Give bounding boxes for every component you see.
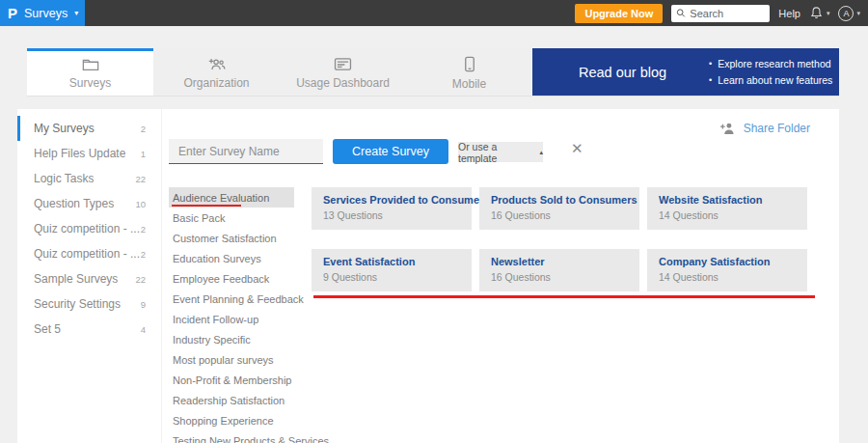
- template-card-products-sold[interactable]: Products Sold to Consumers16 Questions: [479, 187, 639, 230]
- add-person-icon: [719, 122, 736, 135]
- template-card-services-provided[interactable]: Services Provided to Consumers13 Questio…: [312, 187, 472, 230]
- avatar: A: [838, 6, 854, 21]
- category-label: Event Planning & Feedback: [173, 293, 304, 305]
- app-logo-area[interactable]: P Surveys ▾: [0, 0, 85, 26]
- category-most-popular-surveys[interactable]: Most popular surveys: [169, 349, 294, 370]
- category-readership-satisfaction[interactable]: Readership Satisfaction: [169, 390, 294, 410]
- banner-bullet-list: •Explore research method •Learn about ne…: [709, 58, 832, 86]
- template-card-title: Services Provided to Consumers: [323, 194, 460, 206]
- annotation-underline: [313, 295, 815, 298]
- sidebar-item-quiz-competition-1[interactable]: Quiz competition - ...2: [17, 216, 161, 241]
- search-input[interactable]: [690, 8, 765, 19]
- category-employee-feedback[interactable]: Employee Feedback: [169, 268, 294, 289]
- chevron-down-icon: ▾: [856, 10, 860, 17]
- template-card-title: Website Satisfaction: [659, 194, 796, 206]
- template-card-questions: 16 Questions: [491, 209, 628, 221]
- tab-surveys[interactable]: Surveys: [27, 48, 153, 96]
- use-template-label: Or use a template: [458, 141, 532, 164]
- sidebar-item-logic-tasks[interactable]: Logic Tasks22: [17, 166, 161, 191]
- share-folder-label: Share Folder: [744, 122, 810, 135]
- template-category-list: Audience Evaluation Basic Pack Customer …: [169, 187, 294, 443]
- topbar-search[interactable]: [671, 5, 770, 22]
- category-label: Non-Profit & Membership: [173, 374, 292, 386]
- template-card-newsletter[interactable]: Newsletter16 Questions: [479, 249, 639, 291]
- notifications-menu[interactable]: ▾: [809, 6, 830, 20]
- bullet-icon: •: [709, 75, 712, 85]
- template-card-questions: 16 Questions: [491, 271, 628, 283]
- template-card-company-satisfaction[interactable]: Company Satisfaction14 Questions: [647, 249, 807, 291]
- template-card-title: Event Satisfaction: [323, 256, 460, 267]
- category-testing-new-products[interactable]: Testing New Products & Services: [169, 430, 294, 443]
- app-menu-label: Surveys: [24, 7, 68, 20]
- tab-mobile[interactable]: Mobile: [406, 48, 532, 96]
- chevron-down-icon: ▾: [827, 10, 830, 17]
- tab-label: Surveys: [69, 76, 111, 90]
- create-survey-button[interactable]: Create Survey: [333, 139, 448, 164]
- sidebar-item-count: 10: [135, 199, 146, 209]
- tab-organization[interactable]: Organization: [153, 48, 280, 96]
- sidebar-item-my-surveys[interactable]: My Surveys2: [17, 116, 161, 141]
- banner-bullet-text: Learn about new features: [718, 74, 832, 86]
- banner-bullet-text: Explore research method: [718, 58, 830, 69]
- sidebar-item-label: Sample Surveys: [34, 272, 118, 286]
- category-label: Customer Satisfaction: [173, 233, 277, 244]
- help-link[interactable]: Help: [778, 8, 800, 19]
- template-card-title: Newsletter: [491, 256, 628, 267]
- sidebar-item-count: 22: [135, 274, 146, 285]
- template-card-event-satisfaction[interactable]: Event Satisfaction9 Questions: [312, 249, 472, 291]
- sidebar-item-help-files-update[interactable]: Help Files Update1: [17, 141, 161, 166]
- category-non-profit-membership[interactable]: Non-Profit & Membership: [169, 370, 294, 390]
- sidebar-item-count: 1: [141, 149, 146, 159]
- category-education-surveys[interactable]: Education Surveys: [169, 248, 294, 268]
- sidebar-item-security-settings[interactable]: Security Settings9: [17, 291, 161, 317]
- share-folder-button[interactable]: Share Folder: [719, 122, 810, 135]
- category-label: Employee Feedback: [173, 273, 269, 285]
- sidebar-item-question-types[interactable]: Question Types10: [17, 191, 161, 216]
- sidebar-item-count: 2: [141, 124, 146, 134]
- sidebar-item-quiz-competition-2[interactable]: Quiz competition - ...2: [17, 241, 161, 266]
- category-audience-evaluation[interactable]: Audience Evaluation: [169, 187, 294, 208]
- category-basic-pack[interactable]: Basic Pack: [169, 208, 294, 228]
- category-event-planning-feedback[interactable]: Event Planning & Feedback: [169, 289, 294, 309]
- primary-nav: Surveys Organization Usage Dashboard Mob…: [27, 48, 839, 97]
- annotation-underline: [172, 205, 241, 207]
- sidebar-item-count: 2: [141, 249, 146, 260]
- sidebar-item-label: Logic Tasks: [34, 172, 94, 185]
- sidebar-item-sample-surveys[interactable]: Sample Surveys22: [17, 266, 161, 291]
- category-industry-specific[interactable]: Industry Specific: [169, 329, 294, 349]
- sidebar-item-count: 2: [141, 224, 146, 235]
- survey-name-input[interactable]: [169, 139, 323, 164]
- top-bar: P Surveys ▾ Upgrade Now Help ▾ A ▾: [0, 0, 868, 26]
- sidebar-item-label: My Surveys: [34, 122, 95, 135]
- category-label: Audience Evaluation: [173, 192, 269, 204]
- folder-sidebar: My Surveys2 Help Files Update1 Logic Tas…: [17, 109, 162, 443]
- tab-label: Organization: [183, 76, 249, 90]
- template-card-questions: 14 Questions: [659, 271, 796, 283]
- blog-banner[interactable]: Read our blog •Explore research method •…: [532, 48, 839, 96]
- sidebar-item-label: Quiz competition - ...: [34, 222, 140, 235]
- tab-label: Mobile: [452, 77, 486, 91]
- use-template-dropdown[interactable]: Or use a template ▴: [458, 142, 543, 162]
- template-card-website-satisfaction[interactable]: Website Satisfaction14 Questions: [647, 187, 807, 230]
- template-card-questions: 9 Questions: [323, 271, 460, 283]
- category-customer-satisfaction[interactable]: Customer Satisfaction: [169, 228, 294, 248]
- template-card-title: Company Satisfaction: [659, 256, 796, 267]
- banner-title[interactable]: Read our blog: [579, 65, 666, 80]
- sidebar-item-count: 4: [141, 324, 146, 335]
- mobile-icon: [464, 56, 475, 72]
- sidebar-item-set-5[interactable]: Set 54: [17, 317, 161, 342]
- account-menu[interactable]: A ▾: [838, 6, 860, 21]
- close-icon[interactable]: ✕: [571, 140, 583, 157]
- proprofs-logo: P: [8, 6, 17, 20]
- upgrade-now-button[interactable]: Upgrade Now: [575, 4, 663, 23]
- folder-icon: [82, 57, 99, 71]
- category-label: Readership Satisfaction: [173, 395, 285, 406]
- template-card-title: Products Sold to Consumers: [491, 194, 628, 206]
- sidebar-item-label: Set 5: [34, 322, 61, 336]
- tab-label: Usage Dashboard: [296, 76, 390, 90]
- template-card-questions: 14 Questions: [659, 209, 796, 221]
- category-shopping-experience[interactable]: Shopping Experience: [169, 410, 294, 430]
- category-incident-follow-up[interactable]: Incident Follow-up: [169, 309, 294, 329]
- template-card-grid: Services Provided to Consumers13 Questio…: [312, 187, 807, 291]
- tab-usage-dashboard[interactable]: Usage Dashboard: [280, 48, 406, 96]
